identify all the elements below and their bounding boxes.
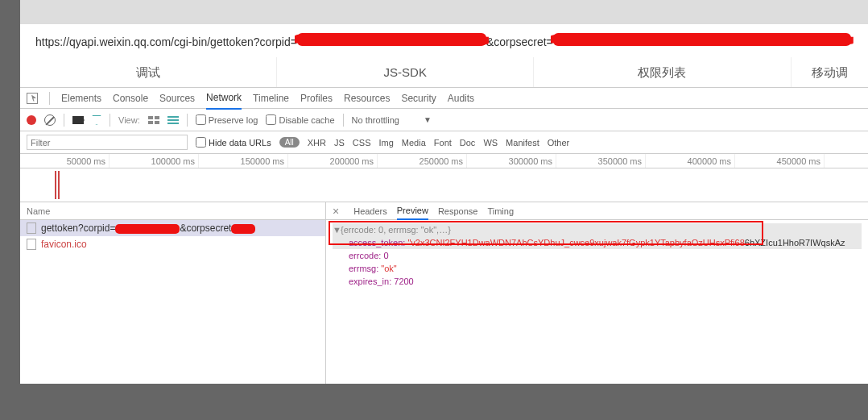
record-icon[interactable] (27, 115, 36, 125)
hide-data-urls-checkbox[interactable]: Hide data URLs (196, 137, 271, 148)
filter-manifest[interactable]: Manifest (506, 138, 539, 148)
tab-timeline[interactable]: Timeline (253, 88, 289, 109)
url-mid: &corpsecret= (486, 35, 553, 48)
tab-elements[interactable]: Elements (61, 88, 101, 109)
close-icon[interactable]: × (333, 205, 339, 218)
filter-other[interactable]: Other (548, 138, 570, 148)
tab-preview[interactable]: Preview (397, 202, 428, 220)
tab-permissions[interactable]: 权限列表 (534, 57, 791, 87)
response-tabs: × Headers Preview Response Timing (326, 202, 868, 220)
network-toolbar: View: Preserve log Disable cache No thro… (20, 109, 868, 131)
page-icon (27, 239, 36, 250)
inspect-icon[interactable] (27, 93, 38, 104)
url-bar-row: https://qyapi.weixin.qq.com/cgi-bin/gett… (20, 24, 868, 57)
chevron-down-icon: ▼ (424, 115, 432, 124)
devtools-tabbar: Elements Console Sources Network Timelin… (20, 88, 868, 109)
tab-security[interactable]: Security (401, 88, 436, 109)
filter-all[interactable]: All (279, 137, 300, 148)
disable-cache-checkbox[interactable]: Disable cache (266, 114, 334, 125)
filter-doc[interactable]: Doc (460, 138, 476, 148)
large-rows-icon[interactable] (148, 116, 159, 124)
filter-font[interactable]: Font (434, 138, 452, 148)
url-bar[interactable]: https://qyapi.weixin.qq.com/cgi-bin/gett… (32, 31, 868, 50)
tab-debug[interactable]: 调试 (20, 57, 277, 87)
response-panel: × Headers Preview Response Timing ▼{errc… (326, 202, 868, 384)
filter-js[interactable]: JS (334, 138, 345, 148)
filter-media[interactable]: Media (402, 138, 426, 148)
timeline-ruler: 50000 ms 100000 ms 150000 ms 200000 ms 2… (20, 154, 868, 168)
small-rows-icon[interactable] (167, 116, 179, 124)
requests-header: Name (20, 202, 325, 220)
preserve-log-checkbox[interactable]: Preserve log (196, 114, 258, 125)
tab-sources[interactable]: Sources (159, 88, 195, 109)
filter-img[interactable]: Img (378, 138, 393, 148)
tab-jssdk[interactable]: JS-SDK (277, 57, 534, 87)
top-tabs: 调试 JS-SDK 权限列表 移动调 (20, 57, 868, 88)
timeline-overview[interactable] (20, 168, 868, 202)
clear-icon[interactable] (44, 114, 56, 126)
filter-input[interactable] (27, 135, 188, 150)
view-label: View: (118, 115, 140, 125)
tab-audits[interactable]: Audits (448, 88, 474, 109)
tab-timing[interactable]: Timing (487, 203, 514, 219)
tab-mobile[interactable]: 移动调 (792, 57, 868, 87)
filter-icon[interactable] (92, 115, 101, 125)
tab-response[interactable]: Response (438, 203, 478, 219)
tab-network[interactable]: Network (206, 87, 242, 110)
screenshot-icon[interactable] (72, 116, 84, 124)
preview-content[interactable]: ▼{errcode: 0, errmsg: "ok",…} access_tok… (326, 220, 868, 291)
request-row[interactable]: favicon.ico (20, 236, 325, 252)
throttling-select[interactable]: No throttling ▼ (352, 115, 432, 125)
requests-list: Name gettoken?corpid=&corpsecret favicon… (20, 202, 326, 384)
filter-bar: Hide data URLs All XHR JS CSS Img Media … (20, 131, 868, 154)
request-row[interactable]: gettoken?corpid=&corpsecret (20, 220, 325, 236)
tab-profiles[interactable]: Profiles (300, 88, 333, 109)
filter-css[interactable]: CSS (353, 138, 371, 148)
url-prefix: https://qyapi.weixin.qq.com/cgi-bin/gett… (35, 35, 297, 48)
tab-headers[interactable]: Headers (353, 203, 387, 219)
filter-ws[interactable]: WS (483, 138, 498, 148)
tab-console[interactable]: Console (113, 88, 148, 109)
filter-xhr[interactable]: XHR (308, 138, 326, 148)
page-icon (27, 222, 36, 234)
tab-resources[interactable]: Resources (344, 88, 390, 109)
expand-icon[interactable]: ▼ (333, 223, 339, 236)
